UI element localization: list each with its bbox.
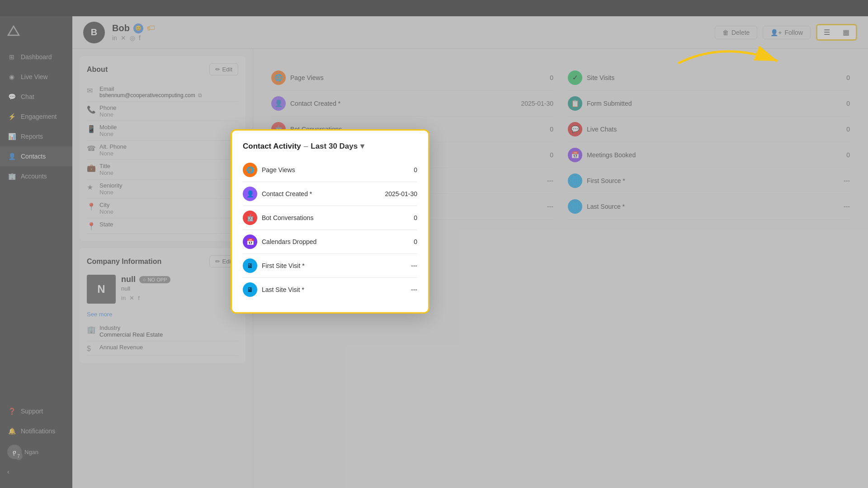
modal-row-bot-conversations: 🤖 Bot Conversations 0 — [243, 206, 417, 230]
help-icon: ❓ — [7, 407, 16, 416]
period-dropdown[interactable]: ▾ — [360, 141, 364, 151]
sidebar: ⊞ Dashboard ◉ Live View 💬 Chat ⚡ Engagem… — [0, 16, 72, 488]
activity-last-source: 🌐 Last Source * --- — [568, 194, 850, 220]
field-phone: 📞 Phone None — [87, 102, 238, 121]
mobile-icon: 📱 — [87, 125, 95, 133]
username-label: Ngan — [24, 449, 38, 455]
email-icon: ✉ — [87, 86, 95, 95]
site-visits-icon: ✓ — [568, 70, 582, 85]
alt-phone-value: None — [99, 150, 136, 157]
contact-header: B Bob 😊 🏷 in ✕ ◎ f 🗑 Delete 👤+ — [72, 16, 868, 49]
form-submitted-icon: 📋 — [568, 96, 582, 111]
contact-activity-modal[interactable]: Contact Activity – Last 30 Days ▾ 🌐 Page… — [231, 129, 429, 314]
last-source-icon: 🌐 — [568, 199, 582, 214]
about-edit-button[interactable]: ✏ Edit — [209, 63, 238, 75]
modal-row-last-site-visit: 🖥 Last Site Visit * --- — [243, 278, 417, 301]
modal-row-calendars-dropped: 📅 Calendars Dropped 0 — [243, 230, 417, 254]
contact-name: Bob — [112, 23, 130, 33]
activity-site-visits: ✓ Site Visits 0 — [568, 65, 850, 91]
header-actions: 🗑 Delete 👤+ Follow ☰ ▦ — [715, 24, 857, 41]
modal-calendars-dropped-icon: 📅 — [243, 235, 257, 249]
linkedin-icon[interactable]: in — [112, 34, 117, 42]
field-annual-revenue: $ Annual Revenue — [87, 341, 238, 356]
company-title: Company Information — [87, 258, 161, 266]
company-name: null — [121, 275, 136, 284]
tag-icon: 🏷 — [147, 23, 155, 33]
phone-value: None — [99, 111, 136, 118]
field-mobile: 📱 Mobile None — [87, 121, 238, 141]
sidebar-item-chat[interactable]: 💬 Chat — [0, 87, 72, 107]
contact-avatar: B — [83, 22, 105, 43]
content-area: About ✏ Edit ✉ Email bshennum@cooperativ… — [72, 49, 868, 488]
meetings-booked-icon: 📅 — [568, 148, 582, 162]
company-header: Company Information ✏ Edit — [87, 255, 238, 267]
delete-button[interactable]: 🗑 Delete — [715, 26, 757, 39]
grid-icon: ⊞ — [7, 52, 16, 61]
location-icon: 📍 — [87, 202, 95, 211]
company-subname: null — [121, 285, 170, 292]
city-value: None — [99, 208, 136, 215]
notification-badge: 7 — [14, 452, 23, 460]
field-industry: 🏢 Industry Commercial Real Estate — [87, 322, 238, 341]
title-value: None — [99, 169, 136, 176]
eye-icon: ◉ — [7, 72, 16, 81]
view-toggle: ☰ ▦ — [816, 24, 857, 41]
first-source-icon: 🌐 — [568, 174, 582, 188]
company-linkedin-icon[interactable]: in — [121, 295, 126, 301]
see-more-link[interactable]: See more — [87, 311, 112, 318]
modal-contact-created-icon: 👤 — [243, 187, 257, 201]
phone-icon: 📞 — [87, 105, 95, 114]
sidebar-item-support[interactable]: ❓ Support — [0, 401, 72, 421]
sidebar-logo[interactable] — [0, 20, 72, 43]
copy-icon[interactable]: ⧉ — [198, 92, 202, 99]
follow-button[interactable]: 👤+ Follow — [763, 26, 811, 39]
company-facebook-icon[interactable]: f — [138, 295, 140, 301]
sidebar-item-engagement[interactable]: ⚡ Engagement — [0, 107, 72, 127]
activity-page-views: 🌐 Page Views 0 — [271, 65, 553, 91]
activity-live-chats: 💬 Live Chats 0 — [568, 117, 850, 142]
contact-info: Bob 😊 🏷 in ✕ ◎ f — [112, 23, 155, 42]
sidebar-item-dashboard[interactable]: ⊞ Dashboard — [0, 47, 72, 67]
instagram-icon[interactable]: ◎ — [130, 34, 135, 42]
sidebar-item-notifications[interactable]: 🔔 Notifications — [0, 421, 72, 441]
briefcase-icon: 💼 — [87, 164, 95, 172]
zap-icon: ⚡ — [7, 112, 16, 121]
field-city: 📍 City None — [87, 199, 238, 218]
bar-chart-icon: 📊 — [7, 132, 16, 141]
sidebar-item-accounts[interactable]: 🏢 Accounts — [0, 166, 72, 186]
field-title: 💼 Title None — [87, 160, 238, 179]
modal-page-views-icon: 🌐 — [243, 163, 257, 177]
email-value: bshennum@cooperativecomputing.com — [99, 92, 195, 99]
live-chats-icon: 💬 — [568, 122, 582, 136]
sidebar-item-live-view[interactable]: ◉ Live View — [0, 67, 72, 87]
card-view-button[interactable]: ▦ — [836, 25, 856, 39]
main-content: B Bob 😊 🏷 in ✕ ◎ f 🗑 Delete 👤+ — [72, 16, 868, 488]
pencil2-icon: ✏ — [215, 258, 220, 265]
sidebar-item-reports[interactable]: 📊 Reports — [0, 127, 72, 146]
facebook-icon[interactable]: f — [139, 34, 141, 42]
twitter-icon[interactable]: ✕ — [121, 34, 126, 42]
industry-value: Commercial Real Estate — [99, 331, 163, 338]
company-twitter-icon[interactable]: ✕ — [129, 295, 134, 301]
about-header: About ✏ Edit — [87, 63, 238, 75]
field-state: 📍 State — [87, 218, 238, 234]
left-panel: About ✏ Edit ✉ Email bshennum@cooperativ… — [72, 49, 253, 488]
dollar-icon: $ — [87, 345, 95, 353]
user-plus-icon: 👤+ — [770, 29, 782, 36]
pencil-icon: ✏ — [215, 66, 220, 73]
modal-last-site-visit-icon: 🖥 — [243, 282, 257, 297]
star-icon: ★ — [87, 183, 95, 192]
message-icon: 💬 — [7, 92, 16, 101]
about-card: About ✏ Edit ✉ Email bshennum@cooperativ… — [80, 56, 245, 241]
list-view-button[interactable]: ☰ — [817, 25, 836, 39]
sidebar-collapse[interactable]: ‹ — [0, 463, 72, 481]
modal-row-contact-created: 👤 Contact Created * 2025-01-30 — [243, 182, 417, 206]
sidebar-item-contacts[interactable]: 👤 Contacts — [0, 146, 72, 166]
activity-right-col: ✓ Site Visits 0 📋 Form Submitted 0 💬 — [568, 65, 850, 220]
field-alt-phone: ☎ Alt. Phone None — [87, 141, 238, 160]
activity-form-submitted: 📋 Form Submitted 0 — [568, 91, 850, 117]
page-views-icon: 🌐 — [271, 70, 286, 85]
modal-title-text: Contact Activity — [243, 142, 301, 151]
modal-title: Contact Activity – Last 30 Days ▾ — [243, 141, 417, 151]
sidebar-user[interactable]: g 7 Ngan — [0, 441, 72, 463]
